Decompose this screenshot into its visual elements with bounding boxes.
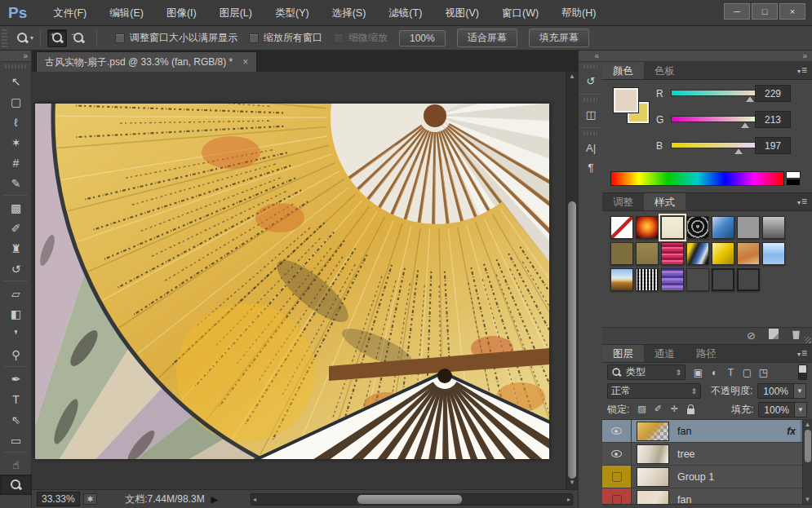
pen-tool[interactable]: ✒ bbox=[0, 369, 32, 389]
lock-pixels-icon[interactable]: ✐ bbox=[650, 404, 665, 416]
status-options-button[interactable]: ✱ bbox=[83, 493, 98, 505]
slider-thumb[interactable] bbox=[746, 96, 754, 102]
panel-menu-icon[interactable]: ≡ bbox=[797, 196, 807, 207]
status-flyout-icon[interactable]: ▶ bbox=[211, 495, 218, 504]
layer-thumbnail[interactable] bbox=[637, 490, 669, 505]
color-tab-0[interactable]: 颜色 bbox=[602, 62, 644, 79]
new-style-icon[interactable] bbox=[769, 329, 779, 343]
visibility-cell[interactable] bbox=[602, 420, 632, 442]
style-swatch-khaki[interactable] bbox=[636, 242, 659, 265]
style-swatch-red-stripes[interactable] bbox=[661, 242, 684, 265]
tool-preset-caret-icon[interactable]: ▾ bbox=[30, 34, 33, 42]
style-swatch-outline-style-2[interactable] bbox=[737, 268, 760, 291]
blur-tool[interactable]: ❜ bbox=[0, 324, 32, 344]
style-swatch-black-gloss-rings[interactable] bbox=[686, 216, 709, 239]
visibility-cell[interactable] bbox=[602, 443, 632, 465]
eye-icon[interactable] bbox=[611, 427, 622, 435]
maximize-button[interactable]: □ bbox=[752, 3, 778, 20]
panel-menu-icon[interactable]: ≡ bbox=[797, 64, 807, 76]
canvas-vertical-scrollbar[interactable]: ▲ ▼ bbox=[566, 72, 578, 489]
zoom-level-field[interactable]: 33.33% bbox=[37, 492, 80, 506]
layers-scrollbar[interactable]: ▲ ▼ bbox=[802, 420, 812, 504]
fill-screen-button[interactable]: 填充屏幕 bbox=[529, 29, 589, 47]
document-tab[interactable]: 古风实物-扇子.psd @ 33.3% (fan, RGB/8) * × bbox=[36, 51, 257, 72]
slider-thumb[interactable] bbox=[734, 148, 743, 154]
style-swatch-red-glow[interactable] bbox=[636, 216, 659, 239]
layers-tab-2[interactable]: 路径 bbox=[686, 345, 727, 362]
close-button[interactable]: × bbox=[779, 3, 805, 20]
filter-pixel-layers-icon[interactable]: ▣ bbox=[690, 367, 706, 378]
menu-item-7[interactable]: 视图(V) bbox=[433, 0, 490, 26]
layer-thumbnail[interactable] bbox=[637, 444, 669, 464]
eye-icon[interactable] bbox=[611, 450, 622, 457]
style-swatch-blue-gloss[interactable] bbox=[712, 216, 734, 239]
panel-menu-icon[interactable]: ≡ bbox=[797, 347, 807, 359]
layer-row-fan[interactable]: fanfx▾ bbox=[602, 420, 812, 443]
canvas-artwork[interactable] bbox=[35, 104, 549, 459]
fill-dropdown[interactable]: 100% ▼ bbox=[758, 402, 807, 417]
tab-close-icon[interactable]: × bbox=[242, 56, 248, 68]
checkbox-0[interactable] bbox=[115, 33, 125, 43]
delete-style-icon[interactable] bbox=[792, 329, 801, 343]
color-spectrum-ramp[interactable] bbox=[610, 171, 784, 186]
lock-position-icon[interactable]: ✛ bbox=[667, 404, 681, 416]
blend-mode-dropdown[interactable]: 正常 ⇕ bbox=[607, 383, 701, 399]
filter-smart-objects-icon[interactable]: ◳ bbox=[756, 367, 771, 378]
menu-item-9[interactable]: 帮助(H) bbox=[550, 0, 607, 26]
dodge-tool[interactable]: ⚲ bbox=[0, 344, 32, 364]
style-swatch-cream-bevel[interactable] bbox=[661, 216, 684, 239]
foreground-color-swatch[interactable] bbox=[614, 88, 638, 113]
filter-type-layers-icon[interactable]: T bbox=[723, 367, 739, 378]
zoom-in-mode-button[interactable]: + bbox=[47, 29, 67, 47]
layer-row-tree[interactable]: tree bbox=[602, 443, 812, 466]
layers-tab-0[interactable]: 图层 bbox=[602, 345, 644, 362]
gradient-tool[interactable]: ◧ bbox=[0, 303, 32, 324]
clear-style-icon[interactable]: ⊘ bbox=[747, 329, 756, 343]
type-tool[interactable]: T bbox=[0, 389, 32, 409]
zoom-tool-icon[interactable] bbox=[17, 33, 28, 43]
channel-value-R[interactable]: 229 bbox=[755, 85, 791, 102]
style-swatch-gray-gradient[interactable] bbox=[762, 216, 785, 239]
menu-item-2[interactable]: 图像(I) bbox=[155, 0, 208, 26]
character-panel-icon[interactable]: A| bbox=[579, 138, 603, 157]
visibility-cell[interactable] bbox=[602, 466, 632, 488]
black-swatch[interactable] bbox=[786, 179, 801, 186]
horizontal-scroll-thumb[interactable] bbox=[357, 495, 462, 504]
opacity-dropdown[interactable]: 100% ▼ bbox=[757, 383, 806, 399]
white-swatch[interactable] bbox=[786, 171, 801, 179]
layers-tab-1[interactable]: 通道 bbox=[644, 345, 686, 362]
move-tool[interactable]: ↖ bbox=[0, 71, 32, 91]
style-swatch-orange-gradient[interactable] bbox=[737, 242, 760, 265]
channel-value-G[interactable]: 213 bbox=[755, 111, 791, 128]
layer-row-Group 1[interactable]: Group 1 bbox=[602, 466, 812, 488]
panel-resize-grip[interactable] bbox=[805, 337, 811, 343]
caret-down-icon[interactable]: ▼ bbox=[795, 402, 807, 417]
eyedropper-tool[interactable]: ✎ bbox=[0, 173, 32, 193]
shape-tool[interactable]: ▭ bbox=[0, 430, 32, 450]
style-swatch-multicolor[interactable] bbox=[686, 242, 709, 265]
style-swatch-bw-noise[interactable] bbox=[636, 268, 659, 291]
scroll-down-icon[interactable]: ▼ bbox=[803, 495, 812, 504]
path-selection-tool[interactable]: ⇖ bbox=[0, 409, 32, 430]
style-swatch-purple-stripes[interactable] bbox=[661, 268, 684, 291]
history-panel-icon[interactable]: ↺ bbox=[579, 71, 603, 91]
layer-thumbnail[interactable] bbox=[637, 422, 669, 441]
slider-thumb[interactable] bbox=[741, 122, 749, 128]
checkbox-1[interactable] bbox=[249, 33, 259, 43]
scroll-down-icon[interactable]: ▼ bbox=[566, 478, 578, 488]
lock-transparency-icon[interactable]: ▨ bbox=[634, 404, 649, 416]
filter-adjustment-layers-icon[interactable]: ◐ bbox=[707, 367, 722, 378]
scroll-up-icon[interactable]: ▲ bbox=[566, 72, 578, 82]
actual-pixels-button[interactable]: 100% bbox=[399, 30, 446, 46]
visibility-cell[interactable] bbox=[602, 488, 632, 504]
style-swatch-dark-flat[interactable] bbox=[686, 268, 709, 291]
menu-item-1[interactable]: 编辑(E) bbox=[98, 0, 155, 26]
style-swatch-sky-gloss[interactable] bbox=[762, 242, 785, 265]
canvas-horizontal-scrollbar[interactable]: ◂ ▸ bbox=[251, 493, 573, 506]
channel-slider-B[interactable] bbox=[671, 142, 759, 148]
layer-filter-dropdown[interactable]: 类型 ⇕ bbox=[607, 364, 686, 380]
menu-item-5[interactable]: 选择(S) bbox=[321, 0, 378, 26]
paragraph-panel-icon[interactable]: ¶ bbox=[579, 157, 603, 177]
style-swatch-olive[interactable] bbox=[610, 242, 633, 265]
eraser-tool[interactable]: ▱ bbox=[0, 283, 32, 303]
